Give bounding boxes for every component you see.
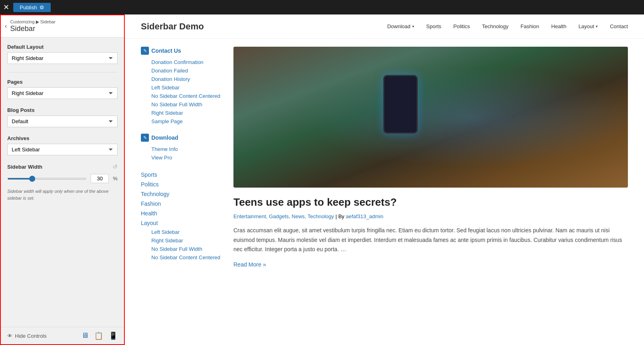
slider-row: %: [7, 174, 118, 183]
nav-download-arrow: ▾: [412, 24, 414, 29]
menu-politics-top[interactable]: Politics: [141, 180, 221, 189]
menu-left-sidebar[interactable]: Left Sidebar: [141, 83, 221, 92]
nav-health[interactable]: Health: [551, 23, 567, 29]
menu-left-sidebar-2[interactable]: Left Sidebar: [141, 228, 221, 236]
read-more-link[interactable]: Read More »: [233, 261, 266, 268]
menu-health-top[interactable]: Health: [141, 209, 221, 218]
close-button[interactable]: ✕: [3, 3, 9, 12]
site-main: Teens use apps to keep secrets? Entertai…: [233, 47, 628, 337]
device-icons: 🖥 📋 📱: [81, 331, 118, 340]
site-sidebar: ✎ Contact Us Donation Confirmation Donat…: [141, 47, 221, 337]
nav-health-label: Health: [551, 23, 567, 29]
contact-icon: ✎: [141, 47, 149, 55]
menu-section-contact-header: ✎ Contact Us: [141, 47, 221, 55]
helper-text: Sidebar width will apply only when one o…: [7, 188, 118, 201]
menu-view-pro[interactable]: View Pro: [141, 153, 221, 162]
article-excerpt: Cras accumsan elit augue, sit amet vesti…: [233, 226, 628, 254]
publish-button[interactable]: Publish ⚙: [13, 3, 51, 12]
tablet-icon[interactable]: 📋: [94, 331, 103, 340]
default-layout-select[interactable]: Right Sidebar Left Sidebar No Sidebar Co…: [7, 52, 118, 64]
gear-icon: ⚙: [39, 4, 44, 10]
nav-sports[interactable]: Sports: [426, 23, 442, 29]
reset-icon[interactable]: ↺: [113, 163, 118, 170]
menu-donation-confirmation[interactable]: Donation Confirmation: [141, 58, 221, 66]
blog-posts-select[interactable]: Default Right Sidebar Left Sidebar No Si…: [7, 116, 118, 127]
nav-layout-label: Layout: [578, 23, 594, 29]
menu-section-download-title[interactable]: Download: [151, 134, 178, 141]
menu-no-sidebar-full-2[interactable]: No Sidebar Full Width: [141, 245, 221, 253]
nav-layout-arrow: ▾: [596, 24, 598, 29]
nav-politics-label: Politics: [453, 23, 470, 29]
menu-theme-info[interactable]: Theme Info: [141, 145, 221, 153]
pages-label: Pages: [7, 79, 118, 85]
nav-technology[interactable]: Technology: [482, 23, 509, 29]
customizer-panel: ‹ Customizing ▶ Sidebar Sidebar Default …: [0, 14, 125, 345]
menu-donation-failed[interactable]: Donation Failed: [141, 66, 221, 75]
menu-right-sidebar-2[interactable]: Right Sidebar: [141, 236, 221, 245]
panel-footer: 👁 Hide Controls 🖥 📋 📱: [1, 327, 124, 344]
menu-sports-top[interactable]: Sports: [141, 170, 221, 180]
download-icon: ✎: [141, 134, 149, 142]
hide-controls-label: Hide Controls: [15, 333, 47, 339]
archives-select[interactable]: Left Sidebar Right Sidebar No Sidebar Co…: [7, 144, 118, 155]
menu-right-sidebar[interactable]: Right Sidebar: [141, 109, 221, 117]
article-meta-links[interactable]: Entertainment, Gadgets, News, Technology: [233, 213, 334, 219]
default-layout-section: Default Layout Right Sidebar Left Sideba…: [7, 44, 118, 64]
menu-no-sidebar-full[interactable]: No Sidebar Full Width: [141, 100, 221, 109]
default-layout-label: Default Layout: [7, 44, 118, 50]
menu-section-layout: Layout Left Sidebar Right Sidebar No Sid…: [141, 218, 221, 262]
nav-fashion[interactable]: Fashion: [520, 23, 539, 29]
menu-no-sidebar-centered[interactable]: No Sidebar Content Centered: [141, 92, 221, 100]
pages-section: Pages Right Sidebar Left Sidebar No Side…: [7, 79, 118, 99]
menu-fashion-top[interactable]: Fashion: [141, 199, 221, 209]
sidebar-width-value-input[interactable]: [91, 174, 109, 183]
preview-area: Siderbar Demo Download ▾ Sports Politics…: [125, 14, 644, 345]
nav-contact-label: Contact: [610, 23, 628, 29]
archives-label: Archives: [7, 135, 118, 141]
top-bar: ✕ Publish ⚙: [0, 0, 644, 14]
article-title: Teens use apps to keep secrets?: [233, 196, 628, 209]
menu-section-download: ✎ Download Theme Info View Pro: [141, 134, 221, 162]
site-logo: Siderbar Demo: [141, 21, 204, 32]
hide-controls-button[interactable]: 👁 Hide Controls: [7, 333, 47, 339]
panel-title: Sidebar: [10, 25, 56, 33]
mobile-icon[interactable]: 📱: [109, 331, 118, 340]
article-author[interactable]: aefaf313_admin: [346, 213, 383, 219]
nav-technology-label: Technology: [482, 23, 509, 29]
nav-politics[interactable]: Politics: [453, 23, 470, 29]
sidebar-width-row: Sidebar Width ↺: [7, 163, 118, 170]
article-image: [233, 47, 628, 188]
eye-icon: 👁: [7, 333, 12, 339]
panel-content: Default Layout Right Sidebar Left Sideba…: [1, 37, 124, 327]
menu-donation-history[interactable]: Donation History: [141, 75, 221, 83]
archives-section: Archives Left Sidebar Right Sidebar No S…: [7, 135, 118, 155]
sidebar-width-slider[interactable]: [7, 178, 87, 180]
back-button[interactable]: ‹: [5, 23, 7, 30]
nav-download[interactable]: Download ▾: [387, 23, 414, 29]
menu-sample-page[interactable]: Sample Page: [141, 117, 221, 126]
pages-select[interactable]: Right Sidebar Left Sidebar No Sidebar Co…: [7, 87, 118, 99]
sidebar-width-section: Sidebar Width ↺ % Sidebar width will app…: [7, 163, 118, 201]
menu-section-contact-title[interactable]: Contact Us: [151, 48, 181, 54]
nav-fashion-label: Fashion: [520, 23, 539, 29]
menu-layout-top[interactable]: Layout: [141, 218, 221, 228]
article-meta-by: | By: [335, 213, 346, 219]
nav-sports-label: Sports: [426, 23, 442, 29]
nav-download-label: Download: [387, 23, 411, 29]
main-layout: ‹ Customizing ▶ Sidebar Sidebar Default …: [0, 14, 644, 345]
breadcrumb-text: Customizing ▶ Sidebar: [10, 19, 56, 25]
site-nav: Siderbar Demo Download ▾ Sports Politics…: [125, 14, 644, 39]
nav-contact[interactable]: Contact: [610, 23, 628, 29]
breadcrumb: Customizing ▶ Sidebar Sidebar: [10, 19, 56, 33]
menu-technology-top[interactable]: Technology: [141, 189, 221, 199]
site-content: ✎ Contact Us Donation Confirmation Donat…: [125, 39, 644, 345]
sidebar-width-label: Sidebar Width: [7, 164, 42, 170]
blog-posts-section: Blog Posts Default Right Sidebar Left Si…: [7, 107, 118, 127]
panel-header: ‹ Customizing ▶ Sidebar Sidebar: [1, 15, 124, 37]
nav-layout[interactable]: Layout ▾: [578, 23, 598, 29]
slider-unit: %: [113, 176, 118, 182]
desktop-icon[interactable]: 🖥: [81, 331, 89, 340]
menu-section-download-header: ✎ Download: [141, 134, 221, 142]
blog-posts-label: Blog Posts: [7, 107, 118, 113]
menu-no-sidebar-centered-2[interactable]: No Sidebar Content Centered: [141, 253, 221, 262]
